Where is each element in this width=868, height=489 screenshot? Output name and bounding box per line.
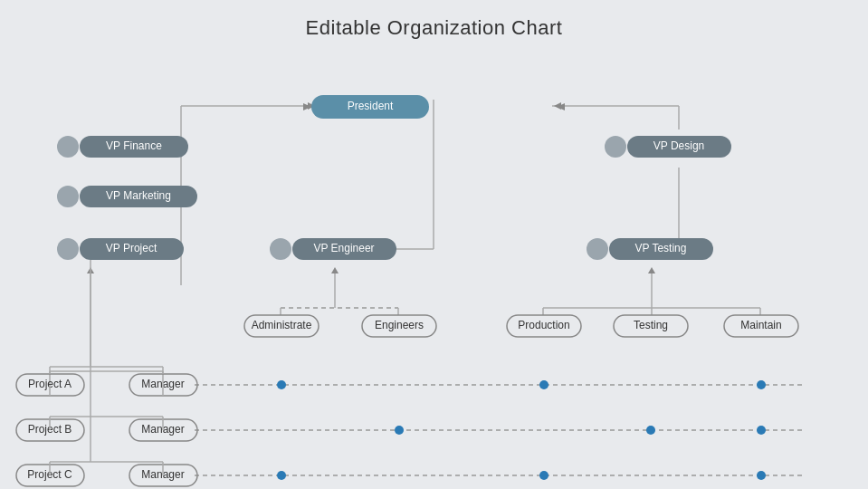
dot-maintain-row-a: [757, 380, 766, 389]
svg-text:Testing: Testing: [634, 319, 668, 331]
testing-node[interactable]: Testing: [614, 315, 688, 337]
svg-text:VP Engineer: VP Engineer: [313, 242, 374, 254]
svg-text:VP Marketing: VP Marketing: [106, 189, 171, 202]
engineers-node[interactable]: Engineers: [362, 315, 436, 337]
svg-text:President: President: [348, 100, 394, 112]
dot-engineers-row-b: [395, 426, 404, 435]
svg-point-48: [57, 238, 79, 260]
svg-text:Production: Production: [518, 319, 569, 331]
admin-node[interactable]: Administrate: [244, 315, 319, 337]
svg-point-45: [57, 186, 79, 207]
svg-point-39: [57, 136, 79, 158]
page-title: Editable Organization Chart: [0, 0, 868, 40]
dot-testing-row-b: [646, 426, 655, 435]
svg-point-51: [270, 238, 291, 260]
svg-point-54: [587, 238, 608, 260]
svg-marker-34: [648, 267, 655, 273]
org-chart: President VP Finance VP Design VP Market…: [0, 50, 868, 489]
production-node[interactable]: Production: [507, 315, 581, 337]
vp-design-node[interactable]: VP Design: [605, 136, 731, 158]
dot-maintain-row-b: [757, 426, 766, 435]
svg-text:VP Finance: VP Finance: [106, 139, 162, 152]
svg-text:Engineers: Engineers: [375, 319, 424, 331]
vp-marketing-node[interactable]: VP Marketing: [57, 186, 197, 207]
dot-maintain-row-c: [757, 471, 766, 480]
dot-production-row-a: [539, 380, 548, 389]
vp-engineer-node[interactable]: VP Engineer: [270, 238, 396, 260]
svg-text:VP Testing: VP Testing: [635, 242, 687, 254]
svg-text:VP Project: VP Project: [106, 242, 157, 254]
maintain-node[interactable]: Maintain: [724, 315, 798, 337]
dot-admin-row-a: [277, 380, 286, 389]
vp-project-node[interactable]: VP Project: [57, 238, 184, 260]
vp-finance-node[interactable]: VP Finance: [57, 136, 188, 158]
dot-production-row-c: [539, 471, 548, 480]
dot-admin-row-c: [277, 471, 286, 480]
svg-text:Administrate: Administrate: [252, 319, 312, 331]
vp-testing-node[interactable]: VP Testing: [587, 238, 713, 260]
svg-marker-33: [331, 267, 339, 273]
svg-text:VP Design: VP Design: [653, 139, 704, 152]
svg-text:Maintain: Maintain: [740, 319, 781, 331]
chart-container: President VP Finance VP Design VP Market…: [0, 50, 868, 489]
svg-point-42: [605, 136, 626, 158]
